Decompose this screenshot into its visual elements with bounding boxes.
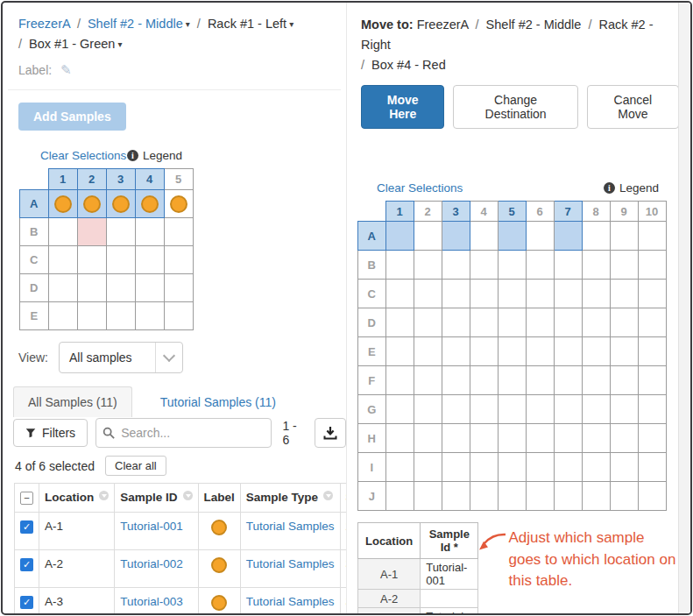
grid-cell-E1[interactable] xyxy=(48,302,77,330)
grid-cell-I9[interactable] xyxy=(610,453,638,482)
grid-cell-E7[interactable] xyxy=(554,337,582,366)
sort-icon[interactable] xyxy=(99,491,109,500)
column-header-sample-type[interactable]: Sample Type xyxy=(240,484,340,513)
grid-cell-E5[interactable] xyxy=(164,302,193,330)
select-all-header[interactable]: – xyxy=(15,484,39,513)
assign-sample-id[interactable]: Tutorial-001 xyxy=(421,559,478,590)
grid-cell-I4[interactable] xyxy=(470,453,498,482)
grid-col-header-9[interactable]: 9 xyxy=(610,202,638,222)
grid-cell-A3[interactable] xyxy=(442,222,470,251)
grid-cell-F5[interactable] xyxy=(498,366,526,395)
grid-col-header-5[interactable]: 5 xyxy=(498,202,526,222)
grid-col-header-5[interactable]: 5 xyxy=(164,169,193,190)
grid-cell-E5[interactable] xyxy=(498,337,526,366)
move-here-button[interactable]: Move Here xyxy=(361,85,444,129)
grid-cell-F2[interactable] xyxy=(414,366,442,395)
grid-cell-C4[interactable] xyxy=(470,280,498,308)
grid-cell-J6[interactable] xyxy=(526,482,554,511)
grid-cell-G3[interactable] xyxy=(442,395,470,424)
grid-cell-A10[interactable] xyxy=(638,222,666,251)
sample-id-link[interactable]: Tutorial-002 xyxy=(120,557,183,570)
grid-col-header-1[interactable]: 1 xyxy=(385,202,414,222)
column-header-sample-id[interactable]: Sample ID xyxy=(115,484,198,513)
chevron-down-icon[interactable]: ▾ xyxy=(186,19,190,29)
chevron-down-icon[interactable] xyxy=(155,343,182,372)
grid-cell-I5[interactable] xyxy=(498,453,526,482)
sample-type-link[interactable]: Tutorial Samples xyxy=(246,520,335,533)
tab-tutorial-samples[interactable]: Tutorial Samples (11) xyxy=(146,387,290,417)
legend-toggle[interactable]: i Legend xyxy=(604,181,659,195)
sample-type-link[interactable]: Tutorial Samples xyxy=(246,557,335,570)
grid-cell-G4[interactable] xyxy=(470,395,498,424)
grid-cell-D9[interactable] xyxy=(610,308,638,337)
search-input[interactable] xyxy=(95,418,272,448)
grid-cell-B7[interactable] xyxy=(554,251,582,280)
grid-cell-B3[interactable] xyxy=(442,251,470,280)
grid-cell-D3[interactable] xyxy=(106,274,135,302)
grid-cell-C2[interactable] xyxy=(77,246,106,274)
grid-row-header-G[interactable]: G xyxy=(358,395,386,424)
grid-cell-B3[interactable] xyxy=(106,218,135,246)
grid-cell-C7[interactable] xyxy=(554,280,582,308)
grid-cell-A5[interactable] xyxy=(164,190,193,218)
grid-cell-G9[interactable] xyxy=(610,395,638,424)
grid-cell-H6[interactable] xyxy=(526,424,554,453)
grid-cell-I7[interactable] xyxy=(554,453,582,482)
grid-cell-I8[interactable] xyxy=(582,453,610,482)
grid-cell-I10[interactable] xyxy=(638,453,666,482)
grid-cell-B10[interactable] xyxy=(638,251,666,280)
grid-col-header-8[interactable]: 8 xyxy=(582,202,610,222)
grid-row-header-D[interactable]: D xyxy=(20,274,49,302)
grid-row-header-A[interactable]: A xyxy=(20,190,49,218)
grid-cell-B4[interactable] xyxy=(470,251,498,280)
grid-row-header-D[interactable]: D xyxy=(358,308,386,337)
grid-cell-G10[interactable] xyxy=(638,395,666,424)
grid-cell-F7[interactable] xyxy=(554,366,582,395)
grid-cell-F4[interactable] xyxy=(470,366,498,395)
row-checkbox[interactable]: ✓ xyxy=(20,520,33,534)
breadcrumb-box[interactable]: Box #1 - Green xyxy=(29,37,115,51)
grid-cell-I2[interactable] xyxy=(414,453,442,482)
grid-cell-H4[interactable] xyxy=(470,424,498,453)
grid-cell-C4[interactable] xyxy=(135,246,164,274)
grid-cell-E3[interactable] xyxy=(106,302,135,330)
grid-cell-A4[interactable] xyxy=(135,190,164,218)
grid-cell-E4[interactable] xyxy=(470,337,498,366)
grid-cell-J1[interactable] xyxy=(385,482,414,511)
row-checkbox[interactable]: ✓ xyxy=(20,596,33,609)
grid-cell-B5[interactable] xyxy=(164,218,193,246)
grid-col-header-1[interactable]: 1 xyxy=(48,169,77,190)
grid-cell-B4[interactable] xyxy=(135,218,164,246)
grid-cell-D3[interactable] xyxy=(442,308,470,337)
grid-cell-C3[interactable] xyxy=(106,246,135,274)
grid-cell-J5[interactable] xyxy=(498,482,526,511)
grid-cell-C1[interactable] xyxy=(48,246,77,274)
vertical-scrollbar[interactable] xyxy=(678,3,690,613)
sample-id-link[interactable]: Tutorial-001 xyxy=(120,520,183,533)
grid-col-header-2[interactable]: 2 xyxy=(77,169,106,190)
grid-cell-A4[interactable] xyxy=(470,222,498,251)
grid-col-header-7[interactable]: 7 xyxy=(554,202,582,222)
add-samples-button[interactable]: Add Samples xyxy=(18,103,126,131)
grid-cell-F3[interactable] xyxy=(442,366,470,395)
grid-cell-B1[interactable] xyxy=(48,218,77,246)
grid-cell-G1[interactable] xyxy=(385,395,414,424)
grid-cell-H3[interactable] xyxy=(442,424,470,453)
grid-row-header-C[interactable]: C xyxy=(358,280,386,308)
breadcrumb-freezer[interactable]: FreezerA xyxy=(18,17,70,31)
grid-cell-A3[interactable] xyxy=(106,190,135,218)
grid-cell-D1[interactable] xyxy=(385,308,414,337)
grid-cell-C6[interactable] xyxy=(526,280,554,308)
grid-row-header-A[interactable]: A xyxy=(358,222,386,251)
grid-col-header-4[interactable]: 4 xyxy=(470,202,498,222)
grid-cell-E4[interactable] xyxy=(135,302,164,330)
grid-cell-H5[interactable] xyxy=(498,424,526,453)
grid-cell-C3[interactable] xyxy=(442,280,470,308)
grid-cell-H2[interactable] xyxy=(414,424,442,453)
grid-cell-J7[interactable] xyxy=(554,482,582,511)
grid-cell-E1[interactable] xyxy=(385,337,414,366)
grid-cell-D4[interactable] xyxy=(470,308,498,337)
grid-row-header-E[interactable]: E xyxy=(358,337,386,366)
grid-cell-A2[interactable] xyxy=(77,190,106,218)
chevron-down-icon[interactable]: ▾ xyxy=(289,19,293,29)
